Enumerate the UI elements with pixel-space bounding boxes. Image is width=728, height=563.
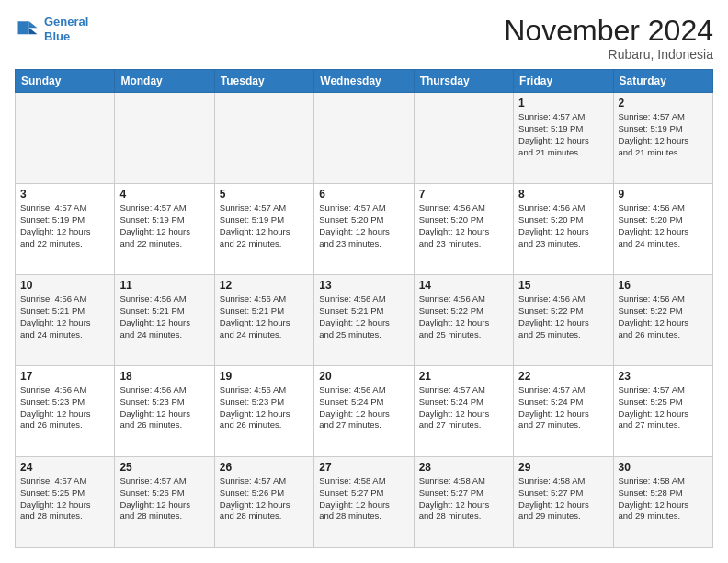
svg-rect-3 [18, 21, 29, 34]
day-info: Sunrise: 4:56 AM Sunset: 5:21 PM Dayligh… [220, 293, 309, 340]
day-info: Sunrise: 4:57 AM Sunset: 5:19 PM Dayligh… [119, 202, 209, 249]
day-info: Sunrise: 4:57 AM Sunset: 5:19 PM Dayligh… [518, 111, 608, 158]
day-number: 9 [619, 188, 708, 201]
calendar-cell: 15Sunrise: 4:56 AM Sunset: 5:22 PM Dayli… [514, 275, 613, 366]
day-number: 1 [518, 97, 608, 109]
day-info: Sunrise: 4:57 AM Sunset: 5:24 PM Dayligh… [419, 385, 508, 431]
day-number: 26 [220, 461, 309, 474]
day-number: 18 [119, 370, 209, 383]
day-number: 13 [319, 279, 408, 292]
day-info: Sunrise: 4:56 AM Sunset: 5:21 PM Dayligh… [119, 293, 209, 340]
calendar-cell [314, 93, 414, 184]
day-info: Sunrise: 4:56 AM Sunset: 5:20 PM Dayligh… [518, 202, 608, 249]
day-number: 16 [619, 279, 708, 292]
calendar-cell: 26Sunrise: 4:57 AM Sunset: 5:26 PM Dayli… [214, 457, 313, 548]
day-info: Sunrise: 4:56 AM Sunset: 5:21 PM Dayligh… [20, 293, 109, 340]
calendar-cell: 12Sunrise: 4:56 AM Sunset: 5:21 PM Dayli… [214, 275, 313, 366]
calendar-cell [414, 93, 513, 184]
day-info: Sunrise: 4:56 AM Sunset: 5:23 PM Dayligh… [20, 385, 109, 431]
calendar-cell: 29Sunrise: 4:58 AM Sunset: 5:27 PM Dayli… [514, 457, 613, 548]
calendar-week-row: 1Sunrise: 4:57 AM Sunset: 5:19 PM Daylig… [16, 93, 713, 184]
day-number: 17 [20, 370, 109, 383]
day-number: 21 [419, 370, 508, 383]
title-block: November 2024 Rubaru, Indonesia [504, 15, 713, 62]
day-info: Sunrise: 4:57 AM Sunset: 5:19 PM Dayligh… [220, 202, 309, 249]
calendar-cell: 21Sunrise: 4:57 AM Sunset: 5:24 PM Dayli… [414, 366, 513, 457]
calendar-cell: 18Sunrise: 4:56 AM Sunset: 5:23 PM Dayli… [115, 366, 214, 457]
calendar-cell: 13Sunrise: 4:56 AM Sunset: 5:21 PM Dayli… [314, 275, 414, 366]
calendar-week-row: 10Sunrise: 4:56 AM Sunset: 5:21 PM Dayli… [16, 275, 713, 366]
calendar-cell: 9Sunrise: 4:56 AM Sunset: 5:20 PM Daylig… [613, 184, 712, 275]
day-info: Sunrise: 4:56 AM Sunset: 5:23 PM Dayligh… [220, 385, 309, 431]
calendar-cell: 19Sunrise: 4:56 AM Sunset: 5:23 PM Dayli… [214, 366, 313, 457]
weekday-header: Saturday [613, 70, 712, 93]
day-info: Sunrise: 4:56 AM Sunset: 5:22 PM Dayligh… [518, 293, 608, 340]
header: General Blue November 2024 Rubaru, Indon… [15, 15, 713, 62]
calendar-cell: 23Sunrise: 4:57 AM Sunset: 5:25 PM Dayli… [613, 366, 712, 457]
day-info: Sunrise: 4:57 AM Sunset: 5:25 PM Dayligh… [20, 476, 109, 523]
calendar-week-row: 3Sunrise: 4:57 AM Sunset: 5:19 PM Daylig… [16, 184, 713, 275]
weekday-header: Tuesday [214, 70, 313, 93]
calendar-cell: 27Sunrise: 4:58 AM Sunset: 5:27 PM Dayli… [314, 457, 414, 548]
calendar-cell: 8Sunrise: 4:56 AM Sunset: 5:20 PM Daylig… [514, 184, 613, 275]
calendar-cell [214, 93, 313, 184]
calendar-cell: 22Sunrise: 4:57 AM Sunset: 5:24 PM Dayli… [514, 366, 613, 457]
calendar-cell: 11Sunrise: 4:56 AM Sunset: 5:21 PM Dayli… [115, 275, 214, 366]
calendar-cell: 10Sunrise: 4:56 AM Sunset: 5:21 PM Dayli… [16, 275, 115, 366]
day-number: 4 [119, 188, 209, 201]
calendar-cell: 25Sunrise: 4:57 AM Sunset: 5:26 PM Dayli… [115, 457, 214, 548]
day-number: 7 [419, 188, 508, 201]
day-info: Sunrise: 4:57 AM Sunset: 5:19 PM Dayligh… [619, 111, 708, 158]
calendar-body: 1Sunrise: 4:57 AM Sunset: 5:19 PM Daylig… [16, 93, 713, 548]
day-info: Sunrise: 4:58 AM Sunset: 5:27 PM Dayligh… [319, 476, 408, 523]
day-number: 23 [619, 370, 708, 383]
day-number: 15 [518, 279, 608, 292]
logo-blue: Blue [44, 29, 70, 43]
day-number: 29 [518, 461, 608, 474]
day-number: 30 [619, 461, 708, 474]
weekday-header: Sunday [16, 70, 115, 93]
day-info: Sunrise: 4:56 AM Sunset: 5:20 PM Dayligh… [419, 202, 508, 249]
weekday-header: Friday [514, 70, 613, 93]
location: Rubaru, Indonesia [504, 47, 713, 62]
calendar-cell: 24Sunrise: 4:57 AM Sunset: 5:25 PM Dayli… [16, 457, 115, 548]
logo-icon [15, 17, 40, 42]
day-number: 10 [20, 279, 109, 292]
day-number: 2 [619, 97, 708, 109]
day-info: Sunrise: 4:57 AM Sunset: 5:26 PM Dayligh… [220, 476, 309, 523]
weekday-header: Monday [115, 70, 214, 93]
day-info: Sunrise: 4:56 AM Sunset: 5:24 PM Dayligh… [319, 385, 408, 431]
calendar-cell: 28Sunrise: 4:58 AM Sunset: 5:27 PM Dayli… [414, 457, 513, 548]
day-info: Sunrise: 4:56 AM Sunset: 5:20 PM Dayligh… [619, 202, 708, 249]
day-number: 25 [119, 461, 209, 474]
day-number: 28 [419, 461, 508, 474]
calendar-cell: 14Sunrise: 4:56 AM Sunset: 5:22 PM Dayli… [414, 275, 513, 366]
logo: General Blue [15, 15, 88, 43]
calendar-cell: 2Sunrise: 4:57 AM Sunset: 5:19 PM Daylig… [613, 93, 712, 184]
calendar-cell: 6Sunrise: 4:57 AM Sunset: 5:20 PM Daylig… [314, 184, 414, 275]
day-number: 19 [220, 370, 309, 383]
logo-general: General [44, 15, 88, 29]
calendar-cell: 30Sunrise: 4:58 AM Sunset: 5:28 PM Dayli… [613, 457, 712, 548]
calendar-table: SundayMondayTuesdayWednesdayThursdayFrid… [15, 69, 713, 548]
calendar-cell [16, 93, 115, 184]
calendar-week-row: 24Sunrise: 4:57 AM Sunset: 5:25 PM Dayli… [16, 457, 713, 548]
calendar-week-row: 17Sunrise: 4:56 AM Sunset: 5:23 PM Dayli… [16, 366, 713, 457]
day-info: Sunrise: 4:58 AM Sunset: 5:28 PM Dayligh… [619, 476, 708, 523]
day-number: 20 [319, 370, 408, 383]
month-title: November 2024 [504, 15, 713, 47]
day-info: Sunrise: 4:57 AM Sunset: 5:26 PM Dayligh… [119, 476, 209, 523]
calendar-cell: 1Sunrise: 4:57 AM Sunset: 5:19 PM Daylig… [514, 93, 613, 184]
calendar-cell: 3Sunrise: 4:57 AM Sunset: 5:19 PM Daylig… [16, 184, 115, 275]
day-number: 27 [319, 461, 408, 474]
page: General Blue November 2024 Rubaru, Indon… [0, 0, 728, 563]
day-number: 8 [518, 188, 608, 201]
calendar-header: SundayMondayTuesdayWednesdayThursdayFrid… [16, 70, 713, 93]
day-number: 5 [220, 188, 309, 201]
day-info: Sunrise: 4:56 AM Sunset: 5:21 PM Dayligh… [319, 293, 408, 340]
day-number: 12 [220, 279, 309, 292]
calendar-cell: 4Sunrise: 4:57 AM Sunset: 5:19 PM Daylig… [115, 184, 214, 275]
day-info: Sunrise: 4:57 AM Sunset: 5:19 PM Dayligh… [20, 202, 109, 249]
weekday-header: Wednesday [314, 70, 414, 93]
weekday-header-row: SundayMondayTuesdayWednesdayThursdayFrid… [16, 70, 713, 93]
